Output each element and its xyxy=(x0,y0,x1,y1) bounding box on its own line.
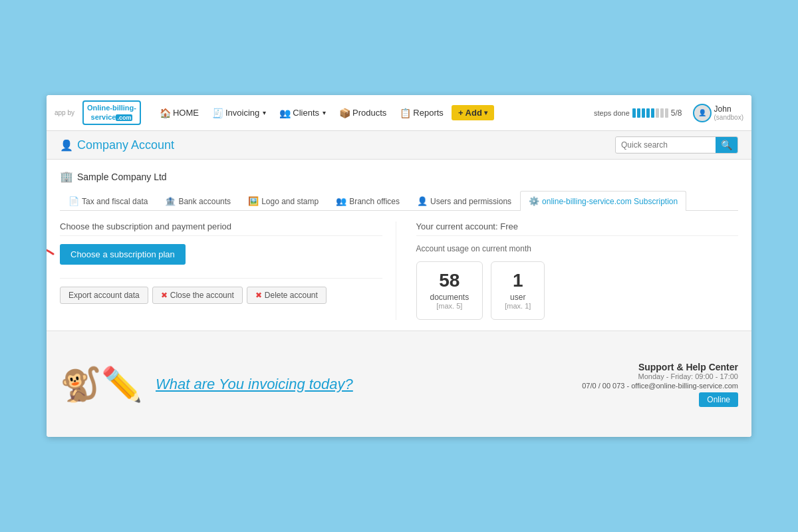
page-title-text: Company Account xyxy=(77,138,174,152)
footer-support-title: Support & Help Center xyxy=(582,362,738,372)
red-arrow xyxy=(47,237,60,271)
search-bar: 🔍 xyxy=(615,136,738,154)
tab-logo[interactable]: 🖼️ Logo and stamp xyxy=(239,191,327,211)
steps-done: steps done 5/8 xyxy=(594,108,682,118)
user-badge[interactable]: 👤 John (sandbox) xyxy=(693,104,743,122)
arrow-container: Choose a subscription plan xyxy=(60,244,382,278)
step-bar-1 xyxy=(632,108,636,118)
footer-tagline-pre: What are You xyxy=(156,376,248,392)
nav-clients[interactable]: 👥 Clients ▾ xyxy=(274,105,331,121)
logo[interactable]: Online-billing-service.com xyxy=(82,100,141,124)
steps-done-label: steps done xyxy=(594,109,630,117)
tab-subscription[interactable]: ⚙️ online-billing-service.com Subscripti… xyxy=(520,191,686,211)
documents-count: 58 xyxy=(430,271,469,290)
step-bar-7 xyxy=(660,108,664,118)
search-input[interactable] xyxy=(616,138,716,152)
footer-area: 🐒✏️ What are You invoicing today? Suppor… xyxy=(47,331,751,437)
add-label: + Add xyxy=(458,108,482,118)
steps-bars xyxy=(632,108,668,118)
main-content: 🏢 Sample Company Ltd 📄 Tax and fiscal da… xyxy=(47,160,751,331)
current-account-title: Your current account: Free xyxy=(416,221,739,236)
tab-branch[interactable]: 👥 Branch offices xyxy=(327,191,408,211)
steps-count: 5/8 xyxy=(671,108,682,118)
nav-products[interactable]: 📦 Products xyxy=(334,105,392,121)
clients-icon: 👥 xyxy=(279,108,291,118)
delete-x-icon: ✖ xyxy=(255,291,262,300)
tab-tax[interactable]: 📄 Tax and fiscal data xyxy=(60,191,156,211)
users-icon: 👤 xyxy=(417,196,428,206)
tab-users[interactable]: 👤 Users and permissions xyxy=(408,191,520,211)
branch-icon: 👥 xyxy=(336,196,346,206)
invoicing-icon: 🧾 xyxy=(212,108,223,118)
footer-support-contact: 07/0 / 00 073 - office@online-billing-se… xyxy=(582,382,738,390)
nav-reports[interactable]: 📋 Reports xyxy=(394,105,449,121)
usage-boxes: 58 documents [max. 5] 1 user [max. 1] xyxy=(416,261,739,320)
tab-bank[interactable]: 🏦 Bank accounts xyxy=(156,191,239,211)
user-info: John (sandbox) xyxy=(714,104,743,121)
search-button[interactable]: 🔍 xyxy=(716,137,737,153)
step-bar-2 xyxy=(637,108,640,118)
products-icon: 📦 xyxy=(339,108,350,118)
user-avatar: 👤 xyxy=(693,104,712,122)
nav-products-label: Products xyxy=(352,108,386,118)
subscription-icon: ⚙️ xyxy=(529,196,539,206)
footer-support: Support & Help Center Monday - Friday: 0… xyxy=(582,362,738,407)
col-left: Choose the subscription and payment peri… xyxy=(60,221,396,320)
user-sandbox: (sandbox) xyxy=(714,114,743,121)
close-account-label: Close the account xyxy=(170,291,234,300)
logo-tab-icon: 🖼️ xyxy=(248,196,259,206)
company-name: 🏢 Sample Company Ltd xyxy=(60,170,738,183)
nav-invoicing[interactable]: 🧾 Invoicing ▾ xyxy=(207,105,271,121)
users-max: [max. 1] xyxy=(505,302,531,310)
add-button[interactable]: + Add ▾ xyxy=(452,105,494,120)
users-label: user xyxy=(505,293,531,302)
app-by-label: app by xyxy=(55,109,74,116)
step-bar-4 xyxy=(646,108,650,118)
step-bar-6 xyxy=(656,108,659,118)
reports-icon: 📋 xyxy=(400,108,411,118)
choose-plan-button[interactable]: Choose a subscription plan xyxy=(60,244,186,265)
tax-icon: 📄 xyxy=(68,196,79,206)
step-bar-5 xyxy=(651,108,654,118)
tab-branch-label: Branch offices xyxy=(349,197,400,206)
content-columns: Choose the subscription and payment peri… xyxy=(60,221,738,320)
delete-account-button[interactable]: ✖ Delete account xyxy=(247,287,327,304)
close-account-button[interactable]: ✖ Close the account xyxy=(152,287,243,304)
footer-support-hours: Monday - Friday: 09:00 - 17:00 xyxy=(582,372,738,380)
users-count: 1 xyxy=(505,271,531,290)
add-dropdown-arrow: ▾ xyxy=(484,109,487,116)
nav-items: 🏠 HOME 🧾 Invoicing ▾ 👥 Clients ▾ 📦 Produ… xyxy=(154,105,583,121)
company-name-text: Sample Company Ltd xyxy=(77,172,167,182)
top-nav: app by Online-billing-service.com 🏠 HOME… xyxy=(47,95,751,131)
users-usage-box: 1 user [max. 1] xyxy=(491,261,545,320)
page-header: 👤 Company Account 🔍 xyxy=(47,131,751,160)
tab-users-label: Users and permissions xyxy=(430,197,511,206)
documents-max: [max. 5] xyxy=(430,302,469,310)
tabs: 📄 Tax and fiscal data 🏦 Bank accounts 🖼️… xyxy=(60,191,738,211)
company-account-icon: 👤 xyxy=(60,139,73,152)
page-title: 👤 Company Account xyxy=(60,138,174,152)
browser-window: app by Online-billing-service.com 🏠 HOME… xyxy=(47,95,751,437)
footer-mascot: 🐒✏️ xyxy=(60,365,142,404)
footer-tagline-post: today? xyxy=(305,376,353,392)
home-icon: 🏠 xyxy=(160,108,171,118)
online-badge: Online xyxy=(699,392,738,407)
building-icon: 🏢 xyxy=(60,170,73,183)
export-account-button[interactable]: Export account data xyxy=(60,287,148,304)
user-name: John xyxy=(714,104,743,114)
nav-reports-label: Reports xyxy=(413,108,444,118)
action-buttons: Export account data ✖ Close the account … xyxy=(60,278,382,304)
bank-icon: 🏦 xyxy=(165,196,176,206)
col-right: Your current account: Free Account usage… xyxy=(410,221,739,320)
invoicing-caret: ▾ xyxy=(263,109,266,116)
logo-text: Online-billing-service.com xyxy=(87,104,136,120)
account-usage-label: Account usage on current month xyxy=(416,244,739,253)
tab-bank-label: Bank accounts xyxy=(178,197,231,206)
tab-logo-label: Logo and stamp xyxy=(261,197,319,206)
nav-home[interactable]: 🏠 HOME xyxy=(154,105,204,121)
logo-com: .com xyxy=(116,114,132,121)
left-section-title: Choose the subscription and payment peri… xyxy=(60,221,382,236)
nav-home-label: HOME xyxy=(173,108,199,118)
documents-usage-box: 58 documents [max. 5] xyxy=(416,261,483,320)
step-bar-3 xyxy=(642,108,645,118)
